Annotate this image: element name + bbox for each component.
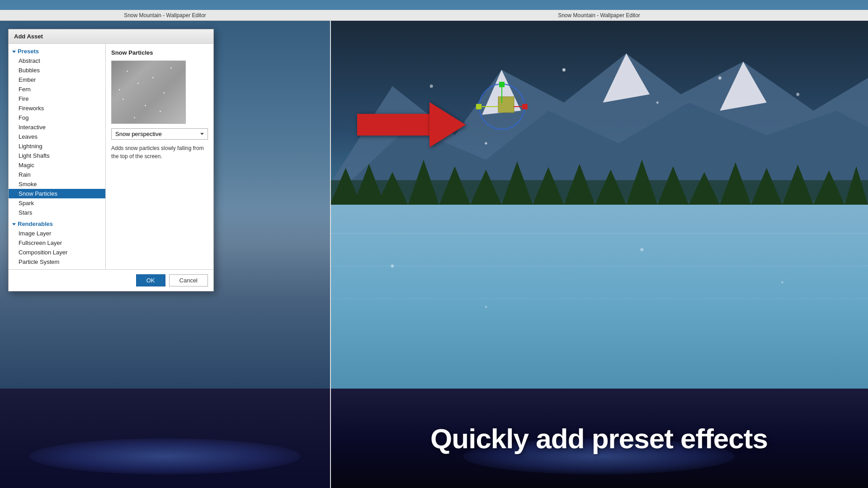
list-item-ember[interactable]: Ember (9, 75, 105, 84)
presets-label: Presets (18, 48, 39, 55)
preview-particle-1 (127, 70, 128, 72)
ok-button[interactable]: OK (136, 274, 165, 286)
titlebar-right: Snow Mountain - Wallpaper Editor (330, 10, 868, 21)
list-item-fog[interactable]: Fog (9, 113, 105, 122)
list-item-particle-system[interactable]: Particle System (9, 257, 105, 267)
dialog-right-panel: Snow Particles Snow pe (106, 44, 213, 269)
list-item-interactive[interactable]: Interactive (9, 122, 105, 132)
dialog-body: Presets Abstract Bubbles Ember Fern Fire… (9, 44, 213, 269)
dialog-footer: OK Cancel (9, 269, 213, 291)
list-item-fireworks[interactable]: Fireworks (9, 103, 105, 113)
preview-particle-8 (170, 67, 172, 69)
list-item-abstract[interactable]: Abstract (9, 56, 105, 66)
list-item-stars[interactable]: Stars (9, 208, 105, 217)
panel-divider (330, 21, 331, 488)
list-item-composition-layer[interactable]: Composition Layer (9, 248, 105, 257)
dialog-titlebar: Add Asset (9, 29, 213, 44)
preview-particle-9 (119, 89, 120, 90)
preview-particle-3 (137, 83, 139, 84)
list-item-rain[interactable]: Rain (9, 170, 105, 179)
list-item-leaves[interactable]: Leaves (9, 132, 105, 141)
titlebar-right-text: Snow Mountain - Wallpaper Editor (558, 12, 640, 19)
dialog-left-panel[interactable]: Presets Abstract Bubbles Ember Fern Fire… (9, 44, 106, 269)
preview-particle-5 (123, 99, 124, 100)
renderables-label: Renderables (18, 221, 53, 227)
dropdown-arrow-icon (200, 133, 204, 135)
titlebar-left-text: Snow Mountain - Wallpaper Editor (124, 12, 206, 19)
preview-image (111, 61, 186, 124)
preset-dropdown-value: Snow perspective (115, 131, 162, 137)
preset-description: Adds snow particles slowly falling from … (111, 144, 208, 160)
preview-particle-2 (152, 77, 154, 78)
preview-particle-7 (160, 111, 161, 112)
preset-dropdown[interactable]: Snow perspective (111, 128, 208, 140)
list-item-light-shafts[interactable]: Light Shafts (9, 151, 105, 160)
list-item-spark[interactable]: Spark (9, 198, 105, 208)
panel-title: Snow Particles (111, 49, 208, 56)
renderables-expand-icon (12, 223, 16, 225)
bottom-headline: Quickly add preset effects (430, 422, 768, 455)
preview-particle-10 (134, 117, 135, 118)
preview-particle-4 (163, 92, 165, 94)
renderables-category-header[interactable]: Renderables (9, 219, 105, 229)
list-item-lightning[interactable]: Lightning (9, 141, 105, 151)
list-item-magic[interactable]: Magic (9, 160, 105, 170)
list-item-smoke[interactable]: Smoke (9, 179, 105, 189)
cancel-button[interactable]: Cancel (169, 274, 208, 286)
list-item-fern[interactable]: Fern (9, 84, 105, 94)
list-item-snow-particles[interactable]: Snow Particles (9, 189, 105, 198)
list-item-fire[interactable]: Fire (9, 94, 105, 103)
titlebar-left: Snow Mountain - Wallpaper Editor (0, 10, 330, 21)
dialog-title-text: Add Asset (14, 33, 43, 40)
preview-particle-6 (145, 105, 146, 106)
add-asset-dialog: Add Asset Presets Abstract Bubbles Ember… (8, 29, 214, 291)
list-item-image-layer[interactable]: Image Layer (9, 229, 105, 238)
dialog-overlay: Add Asset Presets Abstract Bubbles Ember… (0, 21, 868, 488)
presets-category-header[interactable]: Presets (9, 47, 105, 56)
presets-expand-icon (12, 51, 16, 53)
list-item-bubbles[interactable]: Bubbles (9, 66, 105, 75)
list-item-fullscreen-layer[interactable]: Fullscreen Layer (9, 238, 105, 248)
